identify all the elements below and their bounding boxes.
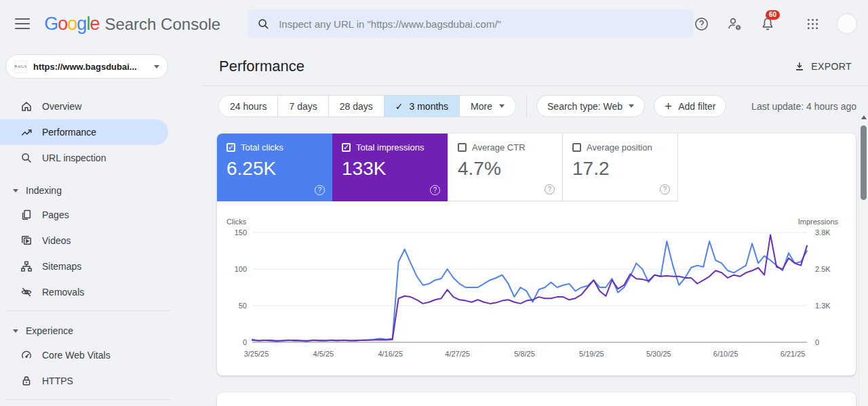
date-range-tabs: 24 hours 7 days 28 days 3 months More (218, 95, 516, 117)
svg-text:0: 0 (243, 338, 247, 346)
property-selector[interactable]: BAGS https://www.bagsdubai... (5, 54, 168, 79)
svg-text:6/21/25: 6/21/25 (781, 350, 806, 358)
sidebar-item-removals[interactable]: Removals (0, 279, 168, 305)
plus-icon (665, 100, 672, 113)
app-title: Search Console (104, 15, 220, 34)
help-icon[interactable] (660, 184, 670, 195)
scroll-up-arrow-icon[interactable] (861, 115, 867, 119)
svg-text:5/30/25: 5/30/25 (646, 350, 671, 358)
metric-average-ctr[interactable]: Average CTR 4.7% (448, 134, 563, 201)
menu-icon[interactable] (15, 18, 32, 29)
svg-text:50: 50 (239, 302, 247, 310)
apps-grid-icon (806, 17, 820, 31)
logo-letter: o (58, 14, 67, 34)
help-button[interactable] (694, 16, 709, 32)
help-icon[interactable] (545, 184, 555, 195)
property-label: https://www.bagsdubai... (33, 62, 148, 72)
user-settings-button[interactable] (726, 16, 743, 32)
chevron-down-icon (499, 104, 505, 108)
tab-more[interactable]: More (460, 96, 515, 117)
last-update-text: Last update: 4 hours ago (751, 101, 856, 112)
checkbox-unchecked-icon[interactable] (572, 143, 581, 152)
sidebar-divider (5, 399, 171, 400)
user-settings-icon (726, 16, 743, 32)
tab-28-days[interactable]: 28 days (329, 96, 384, 117)
checkbox-checked-icon[interactable] (226, 143, 235, 152)
tab-24-hours[interactable]: 24 hours (219, 96, 278, 117)
url-inspect-input[interactable] (279, 18, 684, 30)
scrollbar-thumb[interactable] (861, 125, 867, 200)
logo-letter: e (90, 14, 99, 34)
svg-text:2.5K: 2.5K (815, 265, 831, 273)
account-avatar[interactable] (837, 14, 857, 34)
sidebar-item-videos[interactable]: Videos (0, 228, 168, 253)
checkbox-checked-icon[interactable] (342, 143, 351, 152)
svg-text:0: 0 (815, 338, 819, 346)
tab-7-days[interactable]: 7 days (278, 96, 328, 117)
performance-chart-card: Total clicks 6.25K Total impressions 133… (217, 134, 856, 375)
chevron-down-icon (154, 65, 159, 68)
sidebar-item-pages[interactable]: Pages (0, 202, 168, 228)
speedometer-icon (20, 349, 33, 361)
sidebar-item-label: Sitemaps (42, 261, 81, 272)
chevron-down-icon (629, 104, 634, 108)
app-logo: Google Search Console (44, 14, 220, 35)
checkbox-unchecked-icon[interactable] (458, 143, 467, 152)
svg-text:4/27/25: 4/27/25 (445, 350, 470, 358)
sidebar-item-label: Videos (42, 235, 71, 246)
help-icon[interactable] (430, 185, 440, 195)
question-icon (694, 16, 709, 32)
svg-text:4/16/25: 4/16/25 (378, 350, 403, 358)
sidebar-item-label: Pages (42, 209, 69, 220)
apps-grid-button[interactable] (806, 17, 820, 31)
home-icon (20, 100, 33, 113)
help-icon[interactable] (315, 185, 325, 195)
page-title: Performance (219, 58, 304, 75)
next-section-card (217, 392, 856, 406)
metric-value: 17.2 (572, 158, 668, 180)
sidebar-section-indexing[interactable]: Indexing (0, 179, 190, 202)
svg-text:150: 150 (235, 228, 247, 237)
export-button[interactable]: EXPORT (794, 61, 852, 72)
add-filter-button[interactable]: Add filter (654, 95, 726, 117)
metrics-row: Total clicks 6.25K Total impressions 133… (217, 134, 856, 201)
sidebar-item-https[interactable]: HTTPS (0, 368, 168, 394)
chevron-down-icon (13, 329, 18, 333)
logo-letter: o (67, 14, 77, 34)
section-header-label: Experience (26, 325, 73, 336)
metric-value: 4.7% (458, 158, 553, 180)
metric-total-clicks[interactable]: Total clicks 6.25K (217, 134, 332, 201)
notification-badge: 60 (766, 10, 780, 20)
topbar-actions: 60 (694, 14, 857, 34)
clicks-impressions-chart[interactable]: ClicksImpressions00501.3K1002.5K1503.8K3… (217, 218, 856, 361)
magnifier-icon (20, 152, 33, 164)
notifications-button[interactable]: 60 (760, 16, 776, 32)
metric-average-position[interactable]: Average position 17.2 (563, 134, 678, 201)
sidebar-item-overview[interactable]: Overview (0, 94, 168, 119)
trending-up-icon (20, 126, 33, 138)
metric-total-impressions[interactable]: Total impressions 133K (332, 134, 448, 201)
search-type-dropdown[interactable]: Search type: Web (536, 95, 645, 117)
svg-text:5/19/25: 5/19/25 (579, 350, 604, 358)
svg-text:Clicks: Clicks (226, 218, 247, 226)
scrollbar[interactable] (859, 112, 868, 406)
property-favicon: BAGS (14, 60, 27, 73)
chevron-down-icon (13, 189, 18, 192)
svg-text:5/8/25: 5/8/25 (514, 350, 535, 358)
svg-text:4/5/25: 4/5/25 (313, 350, 334, 358)
sidebar-item-core-web-vitals[interactable]: Core Web Vitals (0, 342, 168, 368)
sidebar-item-label: Core Web Vitals (42, 350, 111, 361)
sidebar-item-label: HTTPS (42, 375, 73, 386)
sidebar-item-label: Performance (42, 127, 96, 138)
svg-text:6/10/25: 6/10/25 (713, 350, 738, 358)
url-inspect-searchbar[interactable] (248, 9, 694, 38)
filter-separator (526, 96, 527, 117)
sidebar-item-url-inspection[interactable]: URL inspection (0, 145, 168, 171)
visibility-off-icon (20, 286, 33, 298)
logo-letter: g (77, 14, 86, 34)
svg-text:1.3K: 1.3K (815, 302, 831, 310)
sidebar-section-experience[interactable]: Experience (0, 319, 190, 342)
tab-3-months[interactable]: 3 months (384, 96, 460, 117)
sidebar-item-performance[interactable]: Performance (0, 119, 168, 145)
sidebar-item-sitemaps[interactable]: Sitemaps (0, 253, 168, 279)
